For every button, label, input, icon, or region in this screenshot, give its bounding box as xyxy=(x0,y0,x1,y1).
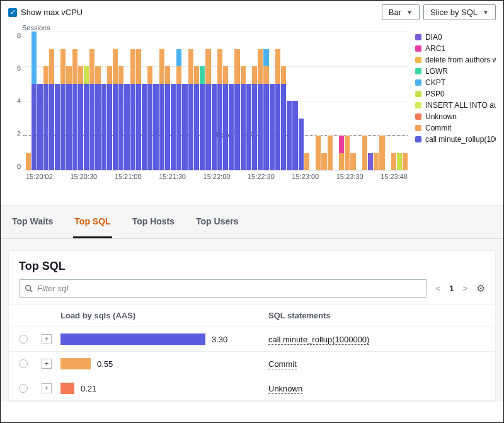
tab-top-users[interactable]: Top Users xyxy=(195,206,239,238)
bar[interactable] xyxy=(287,32,292,170)
expand-button[interactable]: + xyxy=(42,334,52,344)
legend-item[interactable]: PSP0 xyxy=(415,88,496,100)
bar[interactable] xyxy=(299,32,304,170)
bar[interactable] xyxy=(130,32,135,170)
bar[interactable] xyxy=(241,32,246,170)
bar[interactable] xyxy=(281,32,286,170)
legend-item[interactable]: delete from authors w xyxy=(415,54,496,66)
bar[interactable] xyxy=(263,32,268,170)
bar[interactable] xyxy=(101,32,106,170)
bar[interactable] xyxy=(403,32,408,170)
bar[interactable] xyxy=(386,32,391,170)
bar[interactable] xyxy=(339,32,344,170)
panel-title: Top SQL xyxy=(9,251,495,279)
bar[interactable] xyxy=(159,32,164,170)
tab-top-sql[interactable]: Top SQL xyxy=(73,206,112,238)
bar[interactable] xyxy=(292,32,297,170)
tabs: Top WaitsTop SQLTop HostsTop Users xyxy=(1,206,503,239)
bar[interactable] xyxy=(72,32,77,170)
settings-gear-icon[interactable]: ⚙ xyxy=(476,282,485,294)
bar[interactable] xyxy=(304,32,309,170)
bar[interactable] xyxy=(200,32,205,170)
bar[interactable] xyxy=(333,32,338,170)
bar[interactable] xyxy=(321,32,326,170)
bar[interactable] xyxy=(124,32,129,170)
bar[interactable] xyxy=(194,32,199,170)
bar[interactable] xyxy=(118,32,123,170)
bar[interactable] xyxy=(345,32,350,170)
bar[interactable] xyxy=(217,32,222,170)
bar[interactable] xyxy=(234,32,239,170)
bar[interactable] xyxy=(66,32,71,170)
bar[interactable] xyxy=(165,32,170,170)
bar[interactable] xyxy=(310,32,315,170)
chart-type-select[interactable]: Bar ▼ xyxy=(382,4,420,20)
expand-button[interactable]: + xyxy=(42,359,52,369)
bar[interactable] xyxy=(252,32,257,170)
bar[interactable] xyxy=(379,32,384,170)
filter-field[interactable] xyxy=(37,284,421,293)
bar[interactable] xyxy=(316,32,321,170)
bar[interactable] xyxy=(368,32,373,170)
bar[interactable] xyxy=(391,32,396,170)
sql-statement-link[interactable]: Commit xyxy=(268,359,297,369)
bar[interactable] xyxy=(188,32,193,170)
legend-item[interactable]: INSERT ALL INTO au xyxy=(415,100,496,111)
bar[interactable] xyxy=(328,32,333,170)
chart-plot-area[interactable]: DIA0ARC1delete from authors wLGWRCKPTPSP… xyxy=(23,32,496,170)
show-max-vcpu-checkbox[interactable]: ✓ Show max vCPU xyxy=(8,8,83,17)
bar[interactable] xyxy=(397,32,402,170)
bar[interactable] xyxy=(223,32,228,170)
bar[interactable] xyxy=(37,32,42,170)
slice-by-select[interactable]: Slice by SQL ▼ xyxy=(423,4,496,20)
tab-top-waits[interactable]: Top Waits xyxy=(11,206,54,238)
bar[interactable] xyxy=(142,32,147,170)
bar[interactable] xyxy=(357,32,362,170)
tab-top-hosts[interactable]: Top Hosts xyxy=(131,206,176,238)
legend-item[interactable]: LGWR xyxy=(415,66,496,77)
bar[interactable] xyxy=(43,32,49,170)
legend-item[interactable]: DIA0 xyxy=(415,32,496,43)
sql-statement-link[interactable]: call minute_rollup(1000000) xyxy=(268,335,369,345)
legend-item[interactable]: CKPT xyxy=(415,77,496,88)
bar[interactable] xyxy=(89,32,94,170)
bar[interactable] xyxy=(84,32,89,170)
bar[interactable] xyxy=(270,32,275,170)
bar[interactable] xyxy=(176,32,181,170)
expand-button[interactable]: + xyxy=(42,383,52,393)
bar[interactable] xyxy=(258,32,263,170)
bar[interactable] xyxy=(26,32,31,170)
bar[interactable] xyxy=(136,32,141,170)
bar[interactable] xyxy=(113,32,118,170)
sql-statement-link[interactable]: Unknown xyxy=(268,384,302,394)
bar[interactable] xyxy=(212,32,217,170)
legend-item[interactable]: ARC1 xyxy=(415,43,496,54)
row-radio[interactable] xyxy=(19,384,28,393)
bar[interactable] xyxy=(95,32,100,170)
bar[interactable] xyxy=(275,32,280,170)
bar[interactable] xyxy=(49,32,54,170)
bar[interactable] xyxy=(362,32,367,170)
bar[interactable] xyxy=(107,32,112,170)
bar[interactable] xyxy=(374,32,379,170)
legend-item[interactable]: call minute_rollup(100 xyxy=(415,134,496,145)
next-page-button[interactable]: > xyxy=(462,284,467,293)
bar[interactable] xyxy=(171,32,176,170)
row-radio[interactable] xyxy=(19,359,28,368)
bar[interactable] xyxy=(205,32,210,170)
prev-page-button[interactable]: < xyxy=(436,284,441,293)
bar[interactable] xyxy=(60,32,66,170)
filter-sql-input[interactable] xyxy=(19,279,427,298)
legend-item[interactable]: Commit xyxy=(415,122,496,134)
row-radio[interactable] xyxy=(19,335,28,344)
bar[interactable] xyxy=(350,32,355,170)
bar[interactable] xyxy=(182,32,187,170)
bar[interactable] xyxy=(147,32,152,170)
bar[interactable] xyxy=(153,32,158,170)
bar[interactable] xyxy=(246,32,251,170)
bar[interactable] xyxy=(78,32,83,170)
bar[interactable] xyxy=(32,32,37,170)
bar[interactable] xyxy=(55,32,60,170)
legend-item[interactable]: Unknown xyxy=(415,111,496,122)
bar[interactable] xyxy=(229,32,234,170)
